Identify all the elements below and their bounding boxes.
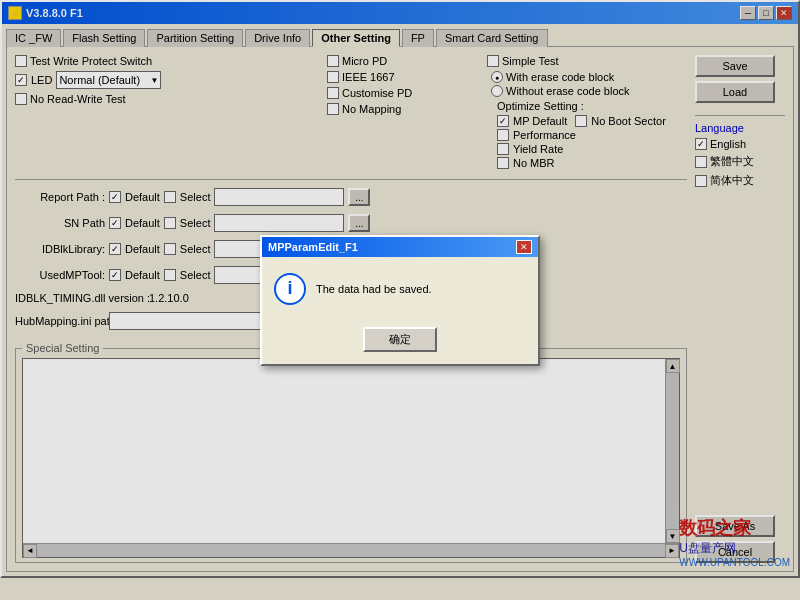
modal-content: i The data had be saved.	[262, 257, 538, 321]
modal-info-icon: i	[274, 273, 306, 305]
modal-buttons: 确定	[262, 321, 538, 364]
modal-title: MPParamEdit_F1	[268, 241, 358, 253]
modal-ok-button[interactable]: 确定	[363, 327, 437, 352]
modal-overlay: MPParamEdit_F1 ✕ i The data had be saved…	[0, 0, 800, 600]
modal-message: The data had be saved.	[316, 283, 432, 295]
modal-dialog: MPParamEdit_F1 ✕ i The data had be saved…	[260, 235, 540, 366]
modal-close-button[interactable]: ✕	[516, 240, 532, 254]
modal-title-bar: MPParamEdit_F1 ✕	[262, 237, 538, 257]
